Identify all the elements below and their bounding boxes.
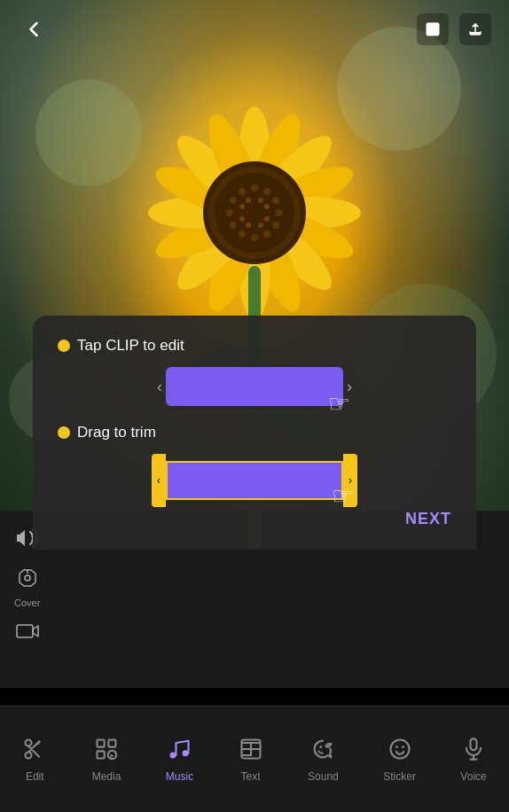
svg-rect-61 (471, 738, 477, 750)
bird-svg (310, 737, 335, 761)
svg-point-58 (390, 739, 409, 758)
tutorial-label-1: Tap CLIP to edit (58, 337, 451, 355)
tutorial-item-1: Tap CLIP to edit ‹ ☞ › (58, 337, 451, 406)
play-circle-svg (94, 737, 119, 761)
svg-point-36 (264, 204, 270, 209)
svg-point-23 (251, 184, 258, 191)
nav-item-sticker[interactable]: Sticker (378, 730, 421, 790)
svg-rect-49 (17, 625, 33, 637)
nav-item-sound[interactable]: Sound (302, 730, 344, 790)
svg-point-37 (264, 216, 270, 222)
next-button[interactable]: NEXT (405, 510, 451, 528)
nav-item-music[interactable]: Music (161, 730, 199, 790)
svg-point-59 (395, 746, 398, 748)
back-arrow-icon (23, 19, 44, 40)
nav-item-edit[interactable]: Edit (17, 730, 52, 790)
svg-point-39 (246, 223, 251, 228)
svg-point-30 (239, 230, 246, 238)
text-icon (239, 737, 263, 765)
tool-camera[interactable] (16, 622, 39, 645)
music-note-icon (167, 737, 192, 765)
cover-svg (17, 567, 38, 589)
svg-point-28 (263, 230, 270, 238)
clip-bar-2-container: ‹ ☞ › (58, 454, 451, 507)
nav-item-media[interactable]: Media (87, 730, 127, 790)
svg-point-29 (251, 234, 258, 241)
bird-icon (310, 737, 335, 765)
svg-point-47 (25, 575, 30, 581)
smiley-icon (388, 737, 412, 765)
trim-handle-right[interactable]: › (343, 454, 357, 507)
cover-icon (17, 567, 38, 594)
svg-point-55 (183, 750, 189, 756)
tool-cover[interactable]: Cover (14, 567, 40, 608)
preview-button[interactable] (417, 13, 449, 45)
svg-point-38 (258, 223, 263, 228)
svg-rect-52 (98, 751, 105, 758)
microphone-icon (461, 737, 486, 765)
svg-rect-46 (427, 23, 439, 35)
nav-item-voice[interactable]: Voice (455, 730, 491, 790)
tutorial-text-2: Drag to trim (77, 424, 156, 441)
nav-label-voice: Voice (460, 770, 486, 783)
svg-point-57 (320, 746, 323, 748)
nav-label-sticker: Sticker (383, 770, 416, 783)
tutorial-text-1: Tap CLIP to edit (77, 337, 184, 355)
svg-point-26 (276, 209, 283, 216)
svg-rect-50 (98, 739, 105, 746)
export-button[interactable] (459, 13, 491, 45)
export-icon (467, 21, 483, 37)
video-preview: Tap CLIP to edit ‹ ☞ › Drag to trim ‹ (0, 0, 509, 550)
svg-point-60 (402, 746, 404, 748)
arrow-right-1: › (343, 378, 356, 396)
nav-label-sound: Sound (308, 770, 339, 783)
svg-point-41 (239, 204, 245, 209)
clip-bar-1-container: ‹ ☞ › (58, 367, 451, 406)
nav-label-edit: Edit (26, 770, 44, 783)
bottom-nav: Edit Media Music (0, 706, 509, 812)
tutorial-overlay: Tap CLIP to edit ‹ ☞ › Drag to trim ‹ (33, 316, 476, 550)
tutorial-label-2: Drag to trim (58, 424, 451, 441)
top-bar (0, 0, 509, 59)
arrow-left-1: ‹ (153, 378, 166, 396)
svg-point-40 (239, 216, 245, 222)
svg-point-25 (272, 197, 279, 204)
svg-point-31 (230, 222, 237, 229)
square-icon (425, 21, 441, 37)
camera-icon (16, 622, 39, 645)
scissors-svg (22, 737, 47, 761)
nav-label-music: Music (166, 770, 193, 783)
yellow-dot-2 (58, 426, 70, 439)
clip-bar-1[interactable]: ☞ (166, 367, 343, 406)
trim-handle-left[interactable]: ‹ (152, 454, 166, 507)
back-button[interactable] (18, 13, 50, 45)
svg-point-33 (230, 197, 237, 204)
svg-point-27 (272, 222, 279, 229)
svg-point-42 (246, 198, 251, 203)
tutorial-item-2: Drag to trim ‹ ☞ › (58, 424, 451, 507)
svg-point-24 (263, 188, 270, 195)
top-right-controls (417, 13, 491, 45)
svg-point-54 (170, 752, 176, 758)
svg-point-34 (239, 188, 246, 195)
svg-point-0 (35, 80, 142, 186)
nav-label-media: Media (92, 770, 121, 783)
svg-point-35 (258, 198, 263, 203)
cover-label: Cover (14, 597, 40, 608)
svg-rect-51 (108, 739, 115, 746)
music-svg (167, 737, 192, 761)
clip-bar-2[interactable]: ☞ (166, 461, 343, 500)
svg-point-32 (226, 209, 233, 216)
nav-item-text[interactable]: Text (233, 730, 269, 790)
camera-svg (16, 622, 39, 640)
svg-point-53 (108, 750, 116, 758)
scissors-icon (22, 737, 47, 765)
play-circle-icon (94, 737, 119, 765)
smiley-svg (388, 737, 412, 761)
text-svg (239, 737, 263, 761)
yellow-dot-1 (58, 340, 70, 352)
microphone-svg (461, 737, 486, 761)
nav-label-text: Text (241, 770, 261, 783)
